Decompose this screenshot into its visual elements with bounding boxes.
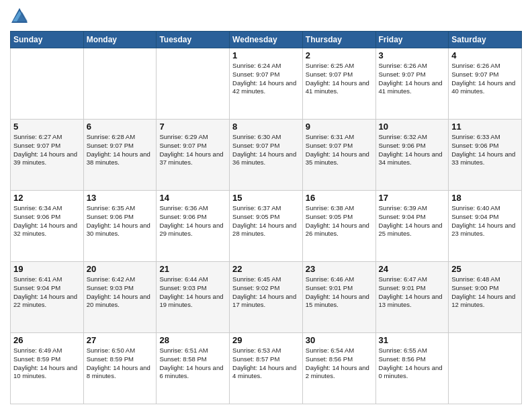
calendar-cell: 17 Sunrise: 6:39 AMSunset: 9:04 PMDaylig… xyxy=(375,191,449,262)
day-number: 9 xyxy=(306,122,373,132)
day-detail: Sunrise: 6:48 AMSunset: 9:00 PMDaylight:… xyxy=(451,275,519,310)
logo xyxy=(10,7,32,26)
day-number: 26 xyxy=(13,335,81,345)
calendar-cell: 8 Sunrise: 6:30 AMSunset: 9:07 PMDayligh… xyxy=(230,120,303,191)
calendar-cell: 6 Sunrise: 6:28 AMSunset: 9:07 PMDayligh… xyxy=(83,120,157,191)
day-number: 28 xyxy=(159,335,226,345)
day-number: 10 xyxy=(379,122,446,132)
day-detail: Sunrise: 6:44 AMSunset: 9:03 PMDaylight:… xyxy=(159,275,226,310)
calendar-cell: 14 Sunrise: 6:36 AMSunset: 9:06 PMDaylig… xyxy=(157,191,230,262)
calendar-cell xyxy=(449,333,522,404)
weekday-header-sunday: Sunday xyxy=(11,32,84,48)
day-number: 11 xyxy=(451,122,519,132)
calendar-cell: 11 Sunrise: 6:33 AMSunset: 9:06 PMDaylig… xyxy=(449,120,522,191)
day-detail: Sunrise: 6:50 AMSunset: 8:59 PMDaylight:… xyxy=(87,347,154,381)
day-number: 20 xyxy=(87,264,154,274)
calendar-cell: 10 Sunrise: 6:32 AMSunset: 9:06 PMDaylig… xyxy=(375,120,449,191)
weekday-header-row: SundayMondayTuesdayWednesdayThursdayFrid… xyxy=(11,32,522,48)
day-number: 31 xyxy=(379,335,446,345)
calendar-cell: 27 Sunrise: 6:50 AMSunset: 8:59 PMDaylig… xyxy=(83,333,157,404)
calendar-cell: 26 Sunrise: 6:49 AMSunset: 8:59 PMDaylig… xyxy=(11,333,84,404)
day-detail: Sunrise: 6:36 AMSunset: 9:06 PMDaylight:… xyxy=(159,204,226,238)
logo-icon xyxy=(10,7,29,26)
day-detail: Sunrise: 6:26 AMSunset: 9:07 PMDaylight:… xyxy=(451,62,519,96)
day-number: 21 xyxy=(159,264,226,274)
header xyxy=(10,7,522,26)
day-detail: Sunrise: 6:49 AMSunset: 8:59 PMDaylight:… xyxy=(13,347,81,381)
day-detail: Sunrise: 6:42 AMSunset: 9:03 PMDaylight:… xyxy=(87,275,154,310)
calendar-cell: 23 Sunrise: 6:46 AMSunset: 9:01 PMDaylig… xyxy=(302,262,375,333)
day-detail: Sunrise: 6:32 AMSunset: 9:06 PMDaylight:… xyxy=(379,133,446,167)
day-detail: Sunrise: 6:40 AMSunset: 9:04 PMDaylight:… xyxy=(451,204,519,238)
calendar-cell: 29 Sunrise: 6:53 AMSunset: 8:57 PMDaylig… xyxy=(230,333,303,404)
calendar-cell: 9 Sunrise: 6:31 AMSunset: 9:07 PMDayligh… xyxy=(302,120,375,191)
calendar-cell: 7 Sunrise: 6:29 AMSunset: 9:07 PMDayligh… xyxy=(157,120,230,191)
day-detail: Sunrise: 6:41 AMSunset: 9:04 PMDaylight:… xyxy=(13,275,81,310)
weekday-header-friday: Friday xyxy=(375,32,449,48)
calendar-cell: 4 Sunrise: 6:26 AMSunset: 9:07 PMDayligh… xyxy=(449,48,522,120)
week-row-1: 1 Sunrise: 6:24 AMSunset: 9:07 PMDayligh… xyxy=(11,48,522,120)
calendar-cell: 2 Sunrise: 6:25 AMSunset: 9:07 PMDayligh… xyxy=(302,48,375,120)
day-detail: Sunrise: 6:31 AMSunset: 9:07 PMDaylight:… xyxy=(306,133,373,167)
calendar-cell: 25 Sunrise: 6:48 AMSunset: 9:00 PMDaylig… xyxy=(449,262,522,333)
day-number: 15 xyxy=(232,193,300,203)
day-number: 6 xyxy=(87,122,154,132)
day-number: 5 xyxy=(13,122,81,132)
day-number: 14 xyxy=(159,193,226,203)
day-number: 12 xyxy=(13,193,81,203)
day-number: 4 xyxy=(451,50,519,60)
day-detail: Sunrise: 6:24 AMSunset: 9:07 PMDaylight:… xyxy=(232,62,300,96)
day-detail: Sunrise: 6:27 AMSunset: 9:07 PMDaylight:… xyxy=(13,133,81,167)
weekday-header-thursday: Thursday xyxy=(302,32,375,48)
calendar-cell: 12 Sunrise: 6:34 AMSunset: 9:06 PMDaylig… xyxy=(11,191,84,262)
calendar-cell xyxy=(11,48,84,120)
day-number: 22 xyxy=(232,264,300,274)
day-detail: Sunrise: 6:47 AMSunset: 9:01 PMDaylight:… xyxy=(379,275,446,310)
day-detail: Sunrise: 6:45 AMSunset: 9:02 PMDaylight:… xyxy=(232,275,300,310)
calendar-cell: 15 Sunrise: 6:37 AMSunset: 9:05 PMDaylig… xyxy=(230,191,303,262)
day-detail: Sunrise: 6:30 AMSunset: 9:07 PMDaylight:… xyxy=(232,133,300,167)
calendar-cell: 19 Sunrise: 6:41 AMSunset: 9:04 PMDaylig… xyxy=(11,262,84,333)
calendar-cell xyxy=(83,48,157,120)
weekday-header-tuesday: Tuesday xyxy=(157,32,230,48)
calendar-cell: 21 Sunrise: 6:44 AMSunset: 9:03 PMDaylig… xyxy=(157,262,230,333)
day-detail: Sunrise: 6:37 AMSunset: 9:05 PMDaylight:… xyxy=(232,204,300,238)
day-number: 29 xyxy=(232,335,300,345)
calendar-cell: 31 Sunrise: 6:55 AMSunset: 8:56 PMDaylig… xyxy=(375,333,449,404)
day-detail: Sunrise: 6:29 AMSunset: 9:07 PMDaylight:… xyxy=(159,133,226,167)
week-row-3: 12 Sunrise: 6:34 AMSunset: 9:06 PMDaylig… xyxy=(11,191,522,262)
calendar-cell xyxy=(157,48,230,120)
day-detail: Sunrise: 6:33 AMSunset: 9:06 PMDaylight:… xyxy=(451,133,519,167)
weekday-header-wednesday: Wednesday xyxy=(230,32,303,48)
day-detail: Sunrise: 6:34 AMSunset: 9:06 PMDaylight:… xyxy=(13,204,81,238)
day-number: 16 xyxy=(306,193,373,203)
calendar-cell: 3 Sunrise: 6:26 AMSunset: 9:07 PMDayligh… xyxy=(375,48,449,120)
day-number: 2 xyxy=(306,50,373,60)
calendar-cell: 16 Sunrise: 6:38 AMSunset: 9:05 PMDaylig… xyxy=(302,191,375,262)
calendar-cell: 24 Sunrise: 6:47 AMSunset: 9:01 PMDaylig… xyxy=(375,262,449,333)
day-detail: Sunrise: 6:39 AMSunset: 9:04 PMDaylight:… xyxy=(379,204,446,238)
day-number: 13 xyxy=(87,193,154,203)
calendar-cell: 5 Sunrise: 6:27 AMSunset: 9:07 PMDayligh… xyxy=(11,120,84,191)
calendar-cell: 20 Sunrise: 6:42 AMSunset: 9:03 PMDaylig… xyxy=(83,262,157,333)
day-detail: Sunrise: 6:35 AMSunset: 9:06 PMDaylight:… xyxy=(87,204,154,238)
day-number: 7 xyxy=(159,122,226,132)
calendar-cell: 18 Sunrise: 6:40 AMSunset: 9:04 PMDaylig… xyxy=(449,191,522,262)
day-number: 24 xyxy=(379,264,446,274)
day-detail: Sunrise: 6:51 AMSunset: 8:58 PMDaylight:… xyxy=(159,347,226,381)
weekday-header-saturday: Saturday xyxy=(449,32,522,48)
calendar-cell: 1 Sunrise: 6:24 AMSunset: 9:07 PMDayligh… xyxy=(230,48,303,120)
day-number: 17 xyxy=(379,193,446,203)
calendar-table: SundayMondayTuesdayWednesdayThursdayFrid… xyxy=(10,31,522,404)
day-number: 30 xyxy=(306,335,373,345)
calendar-cell: 22 Sunrise: 6:45 AMSunset: 9:02 PMDaylig… xyxy=(230,262,303,333)
day-detail: Sunrise: 6:55 AMSunset: 8:56 PMDaylight:… xyxy=(379,347,446,381)
calendar-cell: 13 Sunrise: 6:35 AMSunset: 9:06 PMDaylig… xyxy=(83,191,157,262)
day-detail: Sunrise: 6:53 AMSunset: 8:57 PMDaylight:… xyxy=(232,347,300,381)
day-detail: Sunrise: 6:38 AMSunset: 9:05 PMDaylight:… xyxy=(306,204,373,238)
day-number: 25 xyxy=(451,264,519,274)
day-number: 23 xyxy=(306,264,373,274)
day-number: 19 xyxy=(13,264,81,274)
calendar-cell: 28 Sunrise: 6:51 AMSunset: 8:58 PMDaylig… xyxy=(157,333,230,404)
day-number: 18 xyxy=(451,193,519,203)
